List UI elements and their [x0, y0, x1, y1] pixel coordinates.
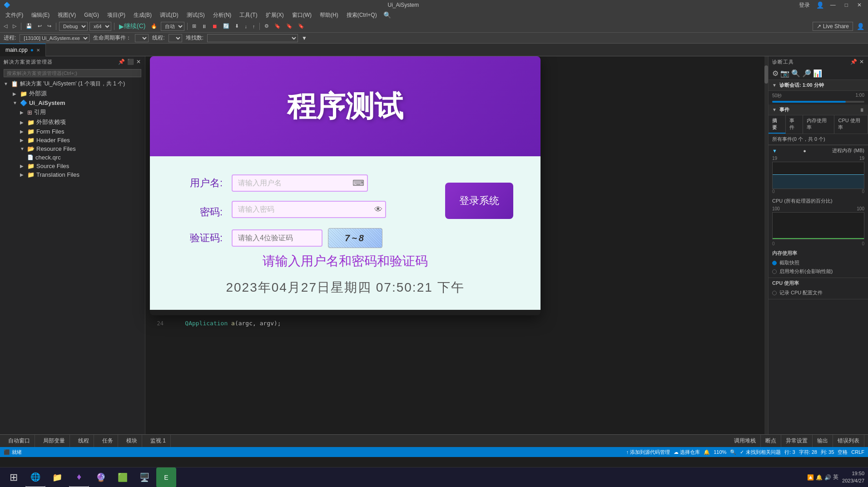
debug-tab-breakpoints[interactable]: 断点 — [761, 435, 781, 447]
add-to-source-btn[interactable]: ↑ 添加到源代码管理 — [626, 449, 670, 456]
snapshot-item[interactable]: 截取快照 — [772, 258, 864, 267]
toolbar-layout[interactable]: ⊞ — [190, 22, 198, 30]
menu-debug[interactable]: 调试(D) — [156, 10, 182, 20]
debug-tab-errors[interactable]: 错误列表 — [833, 435, 864, 447]
toolbar-redo[interactable]: ↪ — [45, 22, 53, 30]
session-section[interactable]: ▼ 诊断会话: 1:00 分钟 — [769, 80, 868, 91]
tree-item-form-files[interactable]: ▶ 📁 Form Files — [0, 127, 145, 136]
debug-tab-locals[interactable]: 局部变量 — [39, 435, 70, 447]
menu-window[interactable]: 窗口(W) — [288, 10, 315, 20]
editor-scrollbar[interactable] — [764, 56, 768, 434]
cpu-record-radio[interactable] — [772, 291, 777, 295]
tree-item-external-deps[interactable]: ▶ 📁 外部依赖项 — [0, 117, 145, 127]
tree-item-header-files[interactable]: ▶ 📁 Header Files — [0, 136, 145, 144]
crlf-info[interactable]: CRLF — [851, 449, 864, 455]
tray-lang[interactable]: 英 — [833, 473, 838, 481]
col-info[interactable]: 列: 35 — [821, 449, 834, 456]
status-ready[interactable]: ⬛ 就绪 — [4, 449, 22, 456]
menu-view[interactable]: 视图(V) — [54, 10, 79, 20]
debug-config-dropdown[interactable]: Debug — [59, 22, 88, 31]
toolbar-more[interactable]: ⚙ — [263, 22, 271, 30]
toolbar-step-out[interactable]: ↑ — [251, 23, 257, 30]
tab-memory-usage[interactable]: 内存使用率 — [803, 115, 834, 134]
tray-icon2[interactable]: 🔊 — [824, 474, 831, 481]
toolbar-step-into[interactable]: ↓ — [243, 23, 249, 30]
cpu-record-item[interactable]: 记录 CPU 配置文件 — [772, 288, 864, 297]
captcha-input[interactable] — [232, 229, 322, 247]
toolbar-back[interactable]: ◁ — [2, 22, 9, 30]
heap-radio[interactable] — [772, 269, 777, 274]
toolbar-restart[interactable]: 🔄 — [221, 22, 231, 30]
tree-item-check-qrc[interactable]: 📄 check.qrc — [0, 153, 145, 162]
taskbar-vs[interactable]: ♦ — [69, 467, 89, 487]
pin-icon[interactable]: 📌 — [118, 59, 125, 65]
thread-dropdown[interactable] — [169, 34, 182, 42]
bell-btn[interactable]: 🔔 — [704, 449, 710, 455]
find-dropdown[interactable] — [207, 34, 298, 42]
minimize-button[interactable]: — — [828, 2, 838, 8]
tree-item-resource-files[interactable]: ▼ 📂 Resource Files — [0, 144, 145, 153]
menu-extensions[interactable]: 扩展(X) — [262, 10, 288, 20]
debug-tab-modules[interactable]: 模块 — [122, 435, 142, 447]
menu-build[interactable]: 生成(B) — [130, 10, 155, 20]
status-zoom-icon[interactable]: 🔍 — [730, 449, 736, 455]
login-label[interactable]: 登录 — [796, 1, 813, 9]
tray-icon1[interactable]: 🔔 — [816, 474, 823, 481]
close-button[interactable]: ✕ — [854, 2, 864, 8]
clock[interactable]: 19:50 2023/4/27 — [842, 470, 864, 484]
hot-reload-button[interactable]: 🔥 — [149, 22, 159, 30]
tree-item-ui-aisystem[interactable]: ▼ 🔷 Ui_AiSystem — [0, 99, 145, 107]
collapse-icon[interactable]: ⬛ — [127, 59, 134, 65]
diag-zoom-in-icon[interactable]: 🔍 — [791, 69, 800, 78]
maximize-button[interactable]: □ — [842, 2, 851, 8]
account-button[interactable]: 👤 — [855, 22, 866, 31]
live-share-button[interactable]: ↗ Live Share — [813, 22, 853, 31]
username-input[interactable] — [232, 174, 368, 192]
debug-tab-watch[interactable]: 监视 1 — [146, 435, 171, 447]
debug-tab-auto[interactable]: 自动窗口 — [4, 435, 35, 447]
diag-timeline-icon[interactable]: 📊 — [813, 69, 822, 78]
toolbar-save[interactable]: 💾 — [24, 22, 34, 30]
tab-main-cpp[interactable]: main.cpp ● ✕ — [0, 44, 46, 56]
menu-edit[interactable]: 编辑(E) — [28, 10, 53, 20]
continue-button[interactable]: ▶ 继续(C) — [117, 21, 147, 31]
menu-git[interactable]: Git(G) — [80, 11, 103, 19]
pause-icon[interactable]: ⏸ — [859, 107, 864, 113]
expand-icon[interactable]: ▼ — [302, 35, 307, 41]
process-dropdown[interactable]: [13100] Ui_AiSystem.exe — [20, 34, 89, 42]
tree-item-references[interactable]: ▶ ⊞ 引用 — [0, 107, 145, 117]
pin-diag-icon[interactable]: 📌 — [850, 59, 858, 65]
tree-solution-root[interactable]: ▼ 📋 解决方案 'Ui_AiSystem' (1 个项目，共 1 个) — [0, 79, 145, 89]
line-info[interactable]: 行: 3 — [784, 449, 795, 456]
user-icon[interactable]: 👤 — [816, 1, 824, 9]
scrollbar-thumb[interactable] — [764, 65, 768, 84]
tab-close-icon[interactable]: ✕ — [36, 48, 40, 53]
menu-test[interactable]: 测试(S) — [183, 10, 208, 20]
arch-dropdown[interactable]: x64 — [89, 22, 111, 31]
debug-tab-callstack[interactable]: 调用堆栈 — [729, 435, 761, 447]
tab-events[interactable]: 事件 — [786, 115, 803, 134]
lifetime-dropdown[interactable] — [135, 34, 149, 42]
zoom-level[interactable]: 110% — [714, 449, 726, 455]
code-area[interactable]: 24 QApplication a(argc, argv); — [145, 315, 768, 434]
tray-expand[interactable]: 🔼 — [807, 474, 814, 481]
diag-camera-icon[interactable]: 📷 — [780, 69, 789, 78]
toolbar-undo[interactable]: ↩ — [36, 22, 44, 30]
menu-help[interactable]: 帮助(H) — [316, 10, 342, 20]
debug-tab-output[interactable]: 输出 — [813, 435, 833, 447]
menu-project[interactable]: 项目(P) — [104, 10, 129, 20]
debug-tab-tasks[interactable]: 任务 — [98, 435, 118, 447]
tree-item-external-sources[interactable]: ▶ 📁 外部源 — [0, 89, 145, 99]
diag-settings-icon[interactable]: ⚙ — [772, 69, 779, 78]
eye-icon[interactable]: 👁 — [374, 205, 382, 214]
taskbar-edge[interactable]: 🌐 — [25, 467, 45, 487]
snapshot-radio[interactable] — [772, 261, 777, 265]
toolbar-pause[interactable]: ⏸ — [200, 23, 208, 30]
char-info[interactable]: 字符: 28 — [799, 449, 817, 456]
login-button[interactable]: 登录系统 — [445, 183, 513, 219]
tree-item-source-files[interactable]: ▶ 📁 Source Files — [0, 162, 145, 170]
auto-dropdown[interactable]: 自动 — [161, 22, 184, 31]
taskbar-app3[interactable]: E — [156, 467, 176, 487]
captcha-image[interactable]: 7~8 — [328, 228, 382, 248]
tab-summary[interactable]: 摘要 — [769, 115, 786, 134]
